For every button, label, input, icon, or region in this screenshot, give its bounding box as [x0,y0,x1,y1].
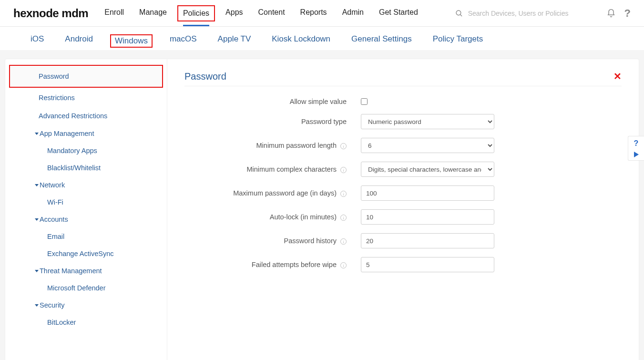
tab-macos[interactable]: macOS [170,31,197,50]
svg-line-1 [460,14,462,16]
float-help-icon[interactable]: ? [634,139,639,148]
label-failed-wipe: Failed attempts before wipe i [184,261,361,268]
sidebar-item-advanced-restrictions[interactable]: Advanced Restrictions [5,107,167,125]
select-min-length[interactable]: 6 [361,138,494,153]
select-password-type[interactable]: Numeric password [361,114,494,129]
label-min-length: Minimum password length i [184,142,361,149]
float-actions: ? [628,136,644,161]
input-failed-wipe[interactable] [361,257,494,272]
nav-enroll[interactable]: Enroll [104,0,124,26]
topbar: hexnode mdm EnrollManagePoliciesAppsCont… [0,0,644,27]
row-min-complex: Minimum complex characters i Digits, spe… [184,162,622,177]
close-icon[interactable]: ✕ [613,71,622,82]
label-auto-lock: Auto-lock (in minutes) i [184,213,361,221]
sidebar-item-wi-fi[interactable]: Wi-Fi [5,194,167,211]
label-history: Password history i [184,237,361,245]
row-history: Password history i [184,233,622,248]
sidebar-item-password[interactable]: Password [9,65,163,88]
bell-icon[interactable] [606,9,616,18]
help-icon[interactable]: ? [624,7,631,20]
nav-manage[interactable]: Manage [139,0,167,26]
tab-general-settings[interactable]: General Settings [351,31,412,50]
input-history[interactable] [361,233,494,248]
sidebar-group-accounts[interactable]: Accounts [5,211,167,228]
logo: hexnode mdm [13,7,88,20]
row-min-length: Minimum password length i 6 [184,138,622,153]
search-wrap[interactable] [455,9,598,18]
tab-kiosk-lockdown[interactable]: Kiosk Lockdown [272,31,330,50]
label-allow-simple: Allow simple value [184,98,361,105]
tab-android[interactable]: Android [65,31,93,50]
nav-reports[interactable]: Reports [300,0,327,26]
sidebar-item-microsoft-defender[interactable]: Microsoft Defender [5,279,167,297]
row-allow-simple: Allow simple value [184,98,622,105]
sidebar-item-mandatory-apps[interactable]: Mandatory Apps [5,142,167,159]
info-icon[interactable]: i [340,262,347,268]
page-body: PasswordRestrictionsAdvanced Restriction… [0,50,644,360]
content-area: Password ✕ Allow simple value Password t… [167,59,639,360]
main-nav: EnrollManagePoliciesAppsContentReportsAd… [104,0,418,26]
info-icon[interactable]: i [340,143,347,149]
checkbox-allow-simple[interactable] [361,98,368,105]
row-max-age: Maximum password age (in days) i [184,185,622,201]
label-password-type: Password type [184,118,361,125]
info-icon[interactable]: i [340,191,347,197]
row-auto-lock: Auto-lock (in minutes) i [184,209,622,225]
tab-policy-targets[interactable]: Policy Targets [433,31,483,50]
search-input[interactable] [468,10,598,17]
page-title: Password [184,71,226,82]
sidebar-item-bitlocker[interactable]: BitLocker [5,314,167,331]
sidebar-item-exchange-activesync[interactable]: Exchange ActiveSync [5,245,167,262]
row-failed-wipe: Failed attempts before wipe i [184,257,622,272]
sidebar-item-blacklist-whitelist[interactable]: Blacklist/Whitelist [5,159,167,176]
sidebar-group-threat-management[interactable]: Threat Management [5,262,167,279]
nav-apps[interactable]: Apps [225,0,243,26]
sidebar-group-app-management[interactable]: App Management [5,125,167,142]
tab-apple-tv[interactable]: Apple TV [218,31,251,50]
sidebar-item-email[interactable]: Email [5,228,167,245]
nav-content[interactable]: Content [258,0,285,26]
input-max-age[interactable] [361,185,494,201]
nav-get-started[interactable]: Get Started [379,0,418,26]
info-icon[interactable]: i [340,215,347,221]
info-icon[interactable]: i [340,167,347,173]
label-max-age: Maximum password age (in days) i [184,189,361,197]
tab-windows[interactable]: Windows [115,33,148,51]
input-auto-lock[interactable] [361,209,494,225]
svg-point-0 [456,10,461,15]
sidebar: PasswordRestrictionsAdvanced Restriction… [5,59,167,360]
sidebar-group-security[interactable]: Security [5,297,167,314]
content-header: Password ✕ [184,71,622,86]
sidebar-item-restrictions[interactable]: Restrictions [5,89,167,107]
sub-nav: iOSAndroidWindowsmacOSApple TVKiosk Lock… [0,27,644,50]
search-icon [455,9,463,18]
topbar-right: ? [455,7,631,20]
nav-policies[interactable]: Policies [183,1,209,26]
row-password-type: Password type Numeric password [184,114,622,129]
sidebar-group-network[interactable]: Network [5,176,167,194]
nav-admin[interactable]: Admin [342,0,364,26]
policy-panel: PasswordRestrictionsAdvanced Restriction… [5,59,639,360]
label-min-complex: Minimum complex characters i [184,165,361,173]
info-icon[interactable]: i [340,238,347,245]
tab-ios[interactable]: iOS [31,31,44,50]
float-play-icon[interactable] [634,152,639,157]
select-min-complex[interactable]: Digits, special characters, lowercase an… [361,162,494,177]
